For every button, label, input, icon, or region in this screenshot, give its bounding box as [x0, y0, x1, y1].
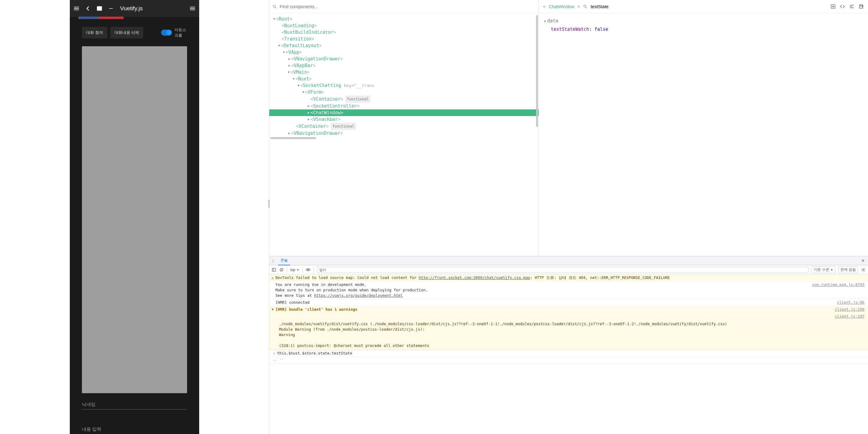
console-drawer: ⋮ 콘솔 × top▼ 기본 수준▼ 문제 없음	[269, 256, 868, 434]
inspect-dom-icon[interactable]	[831, 4, 836, 9]
chat-area	[82, 46, 187, 393]
console-warning: client.js:197	[269, 313, 868, 320]
selected-node-chatwindow: ▶<ChatWindow>	[269, 110, 538, 116]
data-value: false	[594, 27, 608, 32]
progress-bar	[78, 17, 124, 19]
console-output-result: ‹·''	[269, 357, 868, 364]
console-input-history: ›this.$nuxt.$store.state.testState	[269, 350, 868, 357]
console-log: You are running Vue in development mode.…	[269, 281, 868, 299]
svg-point-3	[273, 5, 276, 7]
component-search-input[interactable]	[280, 4, 535, 9]
minimize-icon[interactable]	[107, 5, 115, 12]
component-tree[interactable]: ▼<Root> <NuxtLoading> <NuxtBuildIndicato…	[269, 13, 538, 256]
search-icon	[583, 4, 588, 9]
console-output[interactable]: ⚠ DevTools failed to load source map: Co…	[269, 274, 868, 434]
console-warning-detail: ./node_modules/vuetify/dist/vuetify.css …	[269, 320, 868, 350]
svg-point-4	[584, 5, 586, 7]
tree-scrollbar[interactable]	[536, 15, 538, 127]
svg-rect-5	[831, 4, 835, 8]
back-icon[interactable]	[84, 5, 92, 12]
tree-hscroll[interactable]	[271, 137, 316, 139]
expand-icon[interactable]: ▼	[271, 307, 275, 312]
context-select[interactable]: top▼	[290, 268, 299, 272]
data-section-heading[interactable]: data	[547, 18, 558, 24]
app-title: Vuetify.js	[120, 5, 143, 12]
autoscroll-switch[interactable]	[161, 30, 172, 36]
svg-rect-7	[860, 5, 863, 8]
data-key: testStateWatch	[551, 27, 589, 32]
nickname-field[interactable]: 닉네임	[82, 400, 187, 409]
devtools-pane: ▼<Root> <NuxtLoading> <NuxtBuildIndicato…	[269, 0, 868, 434]
svg-point-6	[832, 6, 834, 7]
open-editor-icon[interactable]	[840, 4, 845, 9]
log-level-select[interactable]: 기본 수준▼	[811, 266, 835, 273]
menu-right-icon[interactable]	[189, 5, 196, 12]
format-icon[interactable]	[849, 4, 855, 9]
svg-point-11	[308, 269, 309, 270]
mobile-preview-pane: Vuetify.js 대화 참여 대화내용 삭제 자동스크롤 닉네임 내용 입력	[0, 0, 269, 434]
sidebar-toggle-icon[interactable]	[272, 268, 276, 272]
warning-icon: ⚠	[271, 275, 275, 280]
console-settings-icon[interactable]	[861, 268, 866, 272]
window-icon[interactable]	[96, 5, 103, 12]
console-filter-input[interactable]	[317, 267, 808, 273]
message-field[interactable]: 내용 입력	[82, 425, 187, 434]
svg-rect-8	[272, 268, 276, 271]
autoscroll-label: 자동스크롤	[175, 27, 187, 38]
breadcrumb-component: ChatWindow	[549, 4, 574, 9]
clear-chat-button[interactable]: 대화내용 삭제	[110, 27, 144, 38]
svg-rect-2	[109, 8, 113, 9]
source-link[interactable]: client.js:197	[831, 314, 864, 319]
clear-console-icon[interactable]	[279, 268, 284, 272]
console-warning: ⚠ DevTools failed to load source map: Co…	[269, 274, 868, 281]
tab-console[interactable]: 콘솔	[278, 256, 290, 266]
drawer-close-icon[interactable]: ×	[860, 258, 866, 264]
live-expression-icon[interactable]	[306, 267, 311, 272]
menu-icon[interactable]	[73, 5, 80, 12]
console-warning: ▼ [HMR] bundle 'client' has 1 warnings c…	[269, 306, 868, 313]
search-icon	[272, 4, 277, 9]
issues-button[interactable]: 문제 없음	[838, 266, 858, 273]
source-link[interactable]: vue.runtime.esm.js:8793	[808, 282, 864, 298]
popout-icon[interactable]	[859, 4, 864, 9]
component-tree-pane: ▼<Root> <NuxtLoading> <NuxtBuildIndicato…	[269, 0, 538, 256]
source-link[interactable]: client.js:196	[831, 307, 864, 312]
component-data-pane: <ChatWindow> ▼data testStateWatch: false	[539, 0, 868, 256]
drawer-menu-icon[interactable]: ⋮	[271, 258, 275, 263]
data-filter-input[interactable]	[591, 4, 648, 9]
svg-point-12	[863, 269, 864, 271]
mobile-frame: Vuetify.js 대화 참여 대화내용 삭제 자동스크롤 닉네임 내용 입력	[70, 0, 199, 434]
join-chat-button[interactable]: 대화 참여	[82, 27, 107, 38]
source-link[interactable]: client.js:96	[833, 300, 864, 305]
app-bar: Vuetify.js	[70, 0, 199, 17]
console-log: [HMR] connected client.js:96	[269, 299, 868, 306]
